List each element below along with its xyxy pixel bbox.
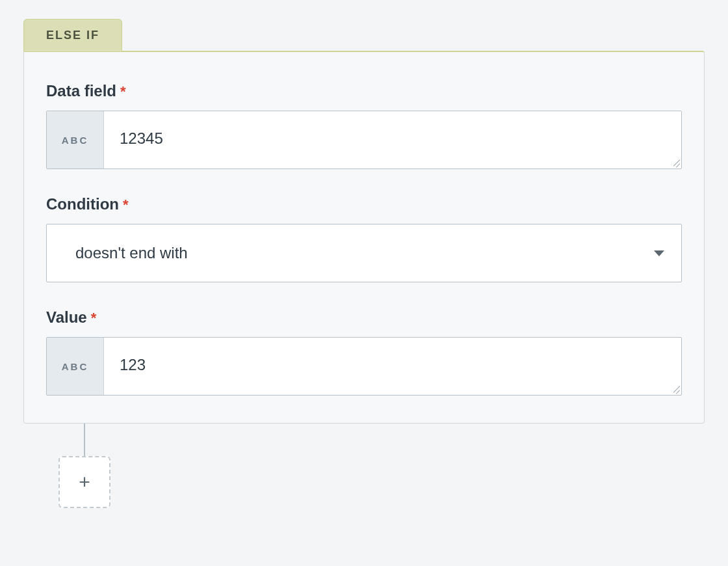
data-field-input[interactable]	[104, 111, 681, 168]
chevron-down-icon	[654, 250, 664, 256]
required-indicator: *	[91, 310, 97, 327]
value-field-input-wrap: ABC	[46, 337, 682, 396]
data-field-input-wrap: ABC	[46, 111, 682, 169]
label-text: Condition	[46, 195, 119, 213]
connector: +	[58, 424, 110, 508]
connector-line	[84, 424, 85, 456]
type-badge-text: ABC	[62, 361, 89, 372]
type-badge-abc: ABC	[47, 111, 104, 168]
tab-label: ELSE IF	[46, 29, 99, 42]
type-badge-text: ABC	[62, 135, 89, 146]
value-field-input[interactable]	[104, 338, 681, 395]
label-text: Data field	[46, 82, 116, 100]
field-value-label: Value *	[46, 308, 682, 327]
tab-else-if[interactable]: ELSE IF	[23, 19, 122, 51]
required-indicator: *	[123, 196, 129, 213]
condition-select[interactable]: doesn't end with	[46, 224, 682, 282]
field-condition: Condition * doesn't end with	[46, 195, 682, 282]
add-step-button[interactable]: +	[58, 456, 110, 508]
type-badge-abc: ABC	[47, 338, 104, 395]
field-condition-label: Condition *	[46, 195, 682, 213]
label-text: Value	[46, 308, 87, 327]
plus-icon: +	[79, 472, 90, 492]
condition-panel: Data field * ABC Condition * doesn't end…	[23, 51, 705, 424]
field-data: Data field * ABC	[46, 82, 682, 169]
field-value: Value * ABC	[46, 308, 682, 396]
field-data-label: Data field *	[46, 82, 682, 100]
required-indicator: *	[120, 83, 126, 100]
condition-selected-value: doesn't end with	[75, 244, 188, 262]
